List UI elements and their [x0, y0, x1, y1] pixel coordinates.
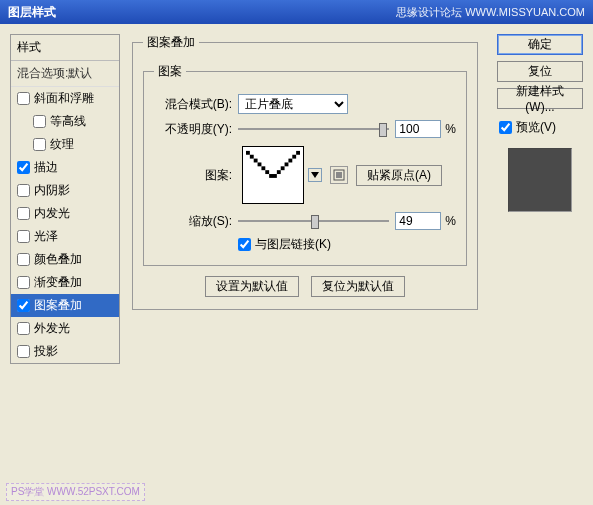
style-label-9: 图案叠加 [34, 297, 82, 314]
pattern-overlay-group: 图案叠加 图案 混合模式(B): 正片叠底 不透明度(Y): [132, 34, 478, 310]
style-checkbox-11[interactable] [17, 345, 30, 358]
style-checkbox-5[interactable] [17, 207, 30, 220]
titlebar: 图层样式 思缘设计论坛 WWW.MISSYUAN.COM [0, 0, 593, 24]
opacity-unit: % [445, 122, 456, 136]
svg-rect-4 [292, 155, 296, 159]
style-checkbox-9[interactable] [17, 299, 30, 312]
dialog-body: 样式 混合选项:默认 斜面和浮雕等高线纹理描边内阴影内发光光泽颜色叠加渐变叠加图… [0, 24, 593, 505]
style-item-4[interactable]: 内阴影 [11, 179, 119, 202]
style-item-10[interactable]: 外发光 [11, 317, 119, 340]
style-checkbox-1[interactable] [33, 115, 46, 128]
pattern-preview-icon [246, 150, 300, 200]
style-label-7: 颜色叠加 [34, 251, 82, 268]
preview-label: 预览(V) [516, 119, 556, 136]
reset-default-button[interactable]: 复位为默认值 [311, 276, 405, 297]
svg-rect-3 [250, 155, 254, 159]
blend-mode-label: 混合模式(B): [154, 96, 232, 113]
svg-rect-14 [273, 174, 277, 178]
link-layer-label: 与图层链接(K) [255, 236, 331, 253]
svg-rect-6 [288, 159, 292, 163]
style-item-6[interactable]: 光泽 [11, 225, 119, 248]
opacity-slider[interactable] [238, 120, 389, 138]
scale-label: 缩放(S): [154, 213, 232, 230]
style-item-3[interactable]: 描边 [11, 156, 119, 179]
style-checkbox-8[interactable] [17, 276, 30, 289]
svg-rect-7 [258, 162, 262, 166]
style-item-7[interactable]: 颜色叠加 [11, 248, 119, 271]
svg-rect-17 [336, 172, 342, 178]
titlebar-credit: 思缘设计论坛 WWW.MISSYUAN.COM [396, 5, 585, 20]
opacity-label: 不透明度(Y): [154, 121, 232, 138]
style-item-0[interactable]: 斜面和浮雕 [11, 87, 119, 110]
svg-rect-10 [281, 166, 285, 170]
create-pattern-button[interactable] [330, 166, 348, 184]
snap-origin-button[interactable]: 贴紧原点(A) [356, 165, 442, 186]
style-checkbox-10[interactable] [17, 322, 30, 335]
style-item-2[interactable]: 纹理 [11, 133, 119, 156]
style-label-10: 外发光 [34, 320, 70, 337]
scale-unit: % [445, 214, 456, 228]
pattern-group: 图案 混合模式(B): 正片叠底 不透明度(Y): % [143, 63, 467, 266]
blend-mode-select[interactable]: 正片叠底 [238, 94, 348, 114]
style-item-9[interactable]: 图案叠加 [11, 294, 119, 317]
svg-rect-5 [254, 159, 258, 163]
right-panel: 确定 复位 新建样式(W)... 预览(V) [497, 34, 583, 212]
pattern-label: 图案: [154, 167, 232, 184]
opacity-input[interactable] [395, 120, 441, 138]
style-label-8: 渐变叠加 [34, 274, 82, 291]
make-default-button[interactable]: 设置为默认值 [205, 276, 299, 297]
svg-rect-8 [285, 162, 289, 166]
pattern-swatch[interactable] [242, 146, 304, 204]
reset-button[interactable]: 复位 [497, 61, 583, 82]
svg-rect-11 [265, 170, 269, 174]
style-checkbox-0[interactable] [17, 92, 30, 105]
preview-checkbox[interactable] [499, 121, 512, 134]
scale-input[interactable] [395, 212, 441, 230]
style-label-0: 斜面和浮雕 [34, 90, 94, 107]
svg-rect-2 [296, 151, 300, 155]
style-checkbox-4[interactable] [17, 184, 30, 197]
style-label-3: 描边 [34, 159, 58, 176]
scale-slider[interactable] [238, 212, 389, 230]
style-label-4: 内阴影 [34, 182, 70, 199]
pattern-dropdown-icon[interactable] [308, 168, 322, 182]
style-checkbox-2[interactable] [33, 138, 46, 151]
svg-marker-15 [311, 172, 319, 178]
ok-button[interactable]: 确定 [497, 34, 583, 55]
new-style-button[interactable]: 新建样式(W)... [497, 88, 583, 109]
link-layer-checkbox[interactable] [238, 238, 251, 251]
style-label-11: 投影 [34, 343, 58, 360]
style-label-2: 纹理 [50, 136, 74, 153]
dialog-title: 图层样式 [8, 4, 56, 21]
svg-rect-13 [269, 174, 273, 178]
style-label-5: 内发光 [34, 205, 70, 222]
pattern-legend: 图案 [154, 63, 186, 80]
style-label-1: 等高线 [50, 113, 86, 130]
watermark: PS学堂 WWW.52PSXT.COM [6, 483, 145, 501]
svg-rect-1 [246, 151, 250, 155]
blending-options-default[interactable]: 混合选项:默认 [11, 61, 119, 87]
style-checkbox-6[interactable] [17, 230, 30, 243]
style-checkbox-3[interactable] [17, 161, 30, 174]
style-item-5[interactable]: 内发光 [11, 202, 119, 225]
style-label-6: 光泽 [34, 228, 58, 245]
style-item-8[interactable]: 渐变叠加 [11, 271, 119, 294]
style-item-1[interactable]: 等高线 [11, 110, 119, 133]
styles-header[interactable]: 样式 [11, 35, 119, 61]
style-checkbox-7[interactable] [17, 253, 30, 266]
preview-thumbnail [508, 148, 572, 212]
styles-panel: 样式 混合选项:默认 斜面和浮雕等高线纹理描边内阴影内发光光泽颜色叠加渐变叠加图… [10, 34, 120, 364]
svg-rect-9 [261, 166, 265, 170]
main-panel: 图案叠加 图案 混合模式(B): 正片叠底 不透明度(Y): [132, 34, 478, 464]
pattern-overlay-legend: 图案叠加 [143, 34, 199, 51]
style-item-11[interactable]: 投影 [11, 340, 119, 363]
svg-rect-12 [277, 170, 281, 174]
